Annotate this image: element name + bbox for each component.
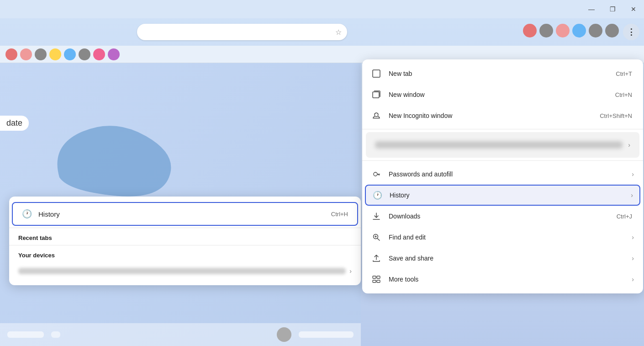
menu-item-passwords[interactable]: Passwords and autofill › — [362, 164, 643, 185]
more-tools-icon — [371, 274, 381, 284]
bookmark-6[interactable] — [79, 48, 90, 60]
new-window-label: New window — [389, 91, 615, 98]
menu-item-new-window[interactable]: New window Ctrl+N — [362, 84, 643, 105]
menu-item-history[interactable]: 🕐 History › — [365, 185, 640, 206]
minimize-button[interactable]: — — [581, 0, 602, 18]
bottom-bar-item-1 — [7, 331, 44, 338]
toolbar-extension-icons — [523, 24, 619, 37]
svg-point-3 — [374, 172, 377, 176]
passwords-icon — [371, 169, 381, 179]
bookmark-5[interactable] — [64, 48, 76, 60]
menu-divider-b — [362, 160, 643, 161]
extension-icon-6[interactable] — [605, 24, 619, 37]
svg-rect-13 — [373, 280, 376, 282]
passwords-label: Passwords and autofill — [389, 170, 630, 178]
history-menu-label: History — [390, 192, 629, 199]
bookmark-7[interactable] — [93, 48, 105, 60]
svg-rect-12 — [377, 276, 380, 278]
profile-name-blurred — [375, 141, 623, 149]
profile-chevron-icon: › — [628, 141, 630, 149]
address-bar[interactable]: ☆ — [137, 24, 347, 40]
bookmark-3[interactable] — [35, 48, 47, 60]
device-item[interactable]: › — [9, 261, 361, 282]
incognito-shortcut: Ctrl+Shift+N — [600, 112, 632, 119]
more-tools-chevron-icon: › — [632, 276, 634, 283]
chrome-menu: New tab Ctrl+T New window Ctrl+N New Inc… — [362, 59, 643, 293]
new-tab-label: New tab — [389, 70, 616, 77]
passwords-chevron-icon: › — [632, 170, 634, 178]
history-shortcut: Ctrl+H — [331, 211, 348, 218]
menu-item-new-tab[interactable]: New tab Ctrl+T — [362, 63, 643, 84]
bookmark-1[interactable] — [5, 48, 17, 60]
chrome-menu-button[interactable]: ⋮ — [623, 24, 639, 40]
bookmark-2[interactable] — [20, 48, 32, 60]
history-menu-icon: 🕐 — [372, 190, 382, 200]
device-chevron-icon: › — [349, 267, 352, 275]
date-label: date — [0, 116, 29, 131]
find-edit-icon — [371, 232, 381, 242]
menu-divider-2 — [9, 245, 361, 245]
extension-icon-5[interactable] — [589, 24, 602, 37]
extension-icon-3[interactable] — [556, 24, 570, 37]
downloads-icon — [371, 211, 381, 221]
menu-item-downloads[interactable]: Downloads Ctrl+J — [362, 206, 643, 227]
device-name-blurred — [18, 268, 346, 274]
new-window-icon — [371, 90, 381, 100]
new-tab-icon — [371, 69, 381, 79]
history-menu-item[interactable]: 🕐 History Ctrl+H — [12, 202, 358, 226]
save-share-icon — [371, 253, 381, 263]
find-edit-label: Find and edit — [389, 234, 630, 241]
svg-rect-0 — [373, 70, 380, 77]
extension-icon-4[interactable] — [572, 24, 586, 37]
history-chevron-icon: › — [631, 192, 633, 199]
downloads-shortcut: Ctrl+J — [617, 213, 632, 220]
extension-icon-2[interactable] — [539, 24, 553, 37]
profile-row[interactable]: › — [366, 132, 639, 158]
menu-item-more-tools[interactable]: More tools › — [362, 269, 643, 290]
history-submenu: 🕐 History Ctrl+H Recent tabs Your device… — [9, 197, 361, 285]
svg-rect-11 — [373, 276, 376, 278]
menu-divider-1 — [9, 228, 361, 228]
svg-rect-1 — [373, 92, 379, 98]
title-bar: — ❐ ✕ — [0, 0, 644, 18]
save-share-chevron-icon: › — [632, 255, 634, 262]
downloads-label: Downloads — [389, 213, 617, 220]
menu-divider-a — [362, 129, 643, 129]
new-window-shortcut: Ctrl+N — [615, 91, 632, 98]
bottom-bar-item-2 — [51, 331, 60, 338]
recent-tabs-label: Recent tabs — [9, 230, 361, 243]
svg-point-2 — [375, 113, 378, 117]
menu-item-find-edit[interactable]: Find and edit › — [362, 227, 643, 248]
new-tab-bottom-bar — [0, 323, 361, 346]
find-edit-chevron-icon: › — [632, 234, 634, 241]
svg-rect-14 — [377, 280, 380, 282]
history-label: History — [38, 210, 331, 218]
menu-item-save-share[interactable]: Save and share › — [362, 248, 643, 269]
decorative-blob — [46, 109, 192, 200]
close-button[interactable]: ✕ — [623, 0, 644, 18]
customize-chrome-label[interactable] — [299, 331, 354, 338]
title-bar-controls: — ❐ ✕ — [581, 0, 644, 18]
bookmark-star-icon[interactable]: ☆ — [335, 28, 342, 37]
new-tab-shortcut: Ctrl+T — [616, 70, 632, 77]
bottom-bar-avatar[interactable] — [277, 327, 291, 342]
bookmark-4[interactable] — [49, 48, 61, 60]
extension-icon-1[interactable] — [523, 24, 537, 37]
more-tools-label: More tools — [389, 276, 630, 283]
incognito-label: New Incognito window — [389, 112, 600, 119]
your-devices-label: Your devices — [9, 247, 361, 261]
menu-item-incognito[interactable]: New Incognito window Ctrl+Shift+N — [362, 105, 643, 126]
history-icon: 🕐 — [22, 209, 32, 219]
save-share-label: Save and share — [389, 255, 630, 262]
restore-button[interactable]: ❐ — [602, 0, 623, 18]
incognito-icon — [371, 111, 381, 121]
bookmark-8[interactable] — [108, 48, 120, 60]
